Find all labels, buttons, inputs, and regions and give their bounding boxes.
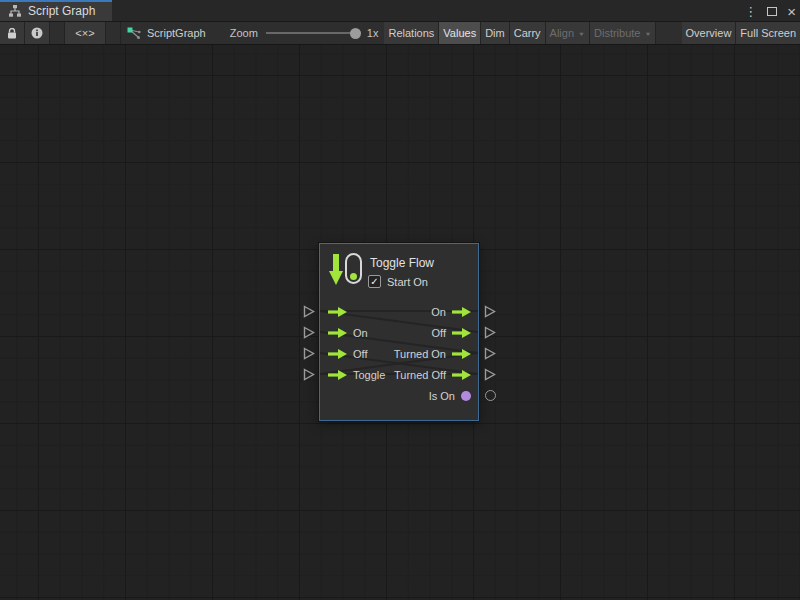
flow-port-arrow-icon [452, 370, 471, 380]
zoom-slider-track [266, 32, 361, 34]
code-preview-icon: <×> [75, 27, 94, 39]
output-socket-triangle[interactable] [484, 368, 496, 381]
toggle-flow-node[interactable]: Toggle Flow ✓ Start On On [319, 243, 479, 421]
start-on-setting: ✓ Start On [368, 275, 428, 288]
graph-toolbar: <×> ScriptGraph Zoom 1x Relations Values… [0, 22, 800, 45]
info-button[interactable] [25, 22, 50, 44]
align-dropdown[interactable]: Align ▼ [546, 22, 590, 44]
code-preview-button[interactable]: <×> [64, 22, 106, 44]
relations-button-label: Relations [388, 27, 434, 39]
output-socket-triangle[interactable] [484, 347, 496, 360]
tab-script-graph[interactable]: Script Graph [0, 0, 112, 21]
port-label: On [431, 306, 446, 318]
fullscreen-button-label: Full Screen [740, 27, 796, 39]
checkmark-icon: ✓ [370, 277, 378, 287]
close-icon[interactable]: × [787, 4, 796, 19]
tab-label: Script Graph [28, 4, 95, 18]
input-socket-triangle[interactable] [303, 326, 315, 339]
dim-button-label: Dim [485, 27, 505, 39]
flow-port-arrow-icon [328, 349, 347, 359]
more-menu-icon[interactable]: ⋮ [744, 5, 757, 18]
input-socket-triangle[interactable] [303, 368, 315, 381]
overview-button[interactable]: Overview [682, 22, 737, 44]
distribute-dropdown-label: Distribute [594, 27, 640, 39]
port-label: Turned On [394, 348, 446, 360]
align-dropdown-label: Align [550, 27, 574, 39]
port-label: Toggle [353, 369, 385, 381]
relations-button[interactable]: Relations [384, 22, 439, 44]
flow-down-arrow-icon [329, 254, 343, 286]
input-socket-triangle[interactable] [303, 305, 315, 318]
zoom-label: Zoom [230, 22, 258, 44]
port-label: Is On [429, 390, 455, 402]
flow-port-arrow-icon [328, 370, 347, 380]
output-socket-circle[interactable] [485, 390, 496, 401]
lock-icon [7, 28, 17, 39]
node-header[interactable]: Toggle Flow ✓ Start On [328, 252, 472, 296]
graph-name-label: ScriptGraph [147, 27, 206, 39]
graph-breadcrumb[interactable]: ScriptGraph [120, 22, 212, 44]
output-port-off[interactable]: Off [432, 322, 471, 343]
maximize-icon[interactable] [767, 7, 777, 16]
flow-port-arrow-icon [328, 307, 347, 317]
input-port-off[interactable]: Off [328, 343, 367, 364]
flow-port-arrow-icon [452, 328, 471, 338]
carry-button[interactable]: Carry [510, 22, 546, 44]
script-graph-window: Script Graph ⋮ × <×> [0, 0, 800, 600]
output-socket-triangle[interactable] [484, 305, 496, 318]
zoom-slider-handle[interactable] [350, 28, 361, 39]
flow-port-arrow-icon [452, 307, 471, 317]
output-port-on[interactable]: On [431, 301, 471, 322]
input-port-on[interactable]: On [328, 322, 368, 343]
script-graph-icon [127, 27, 141, 40]
overview-button-label: Overview [686, 27, 732, 39]
graph-hierarchy-icon [8, 5, 22, 17]
dim-button[interactable]: Dim [481, 22, 510, 44]
toggle-switch-icon [345, 253, 362, 284]
flow-port-arrow-icon [328, 328, 347, 338]
chevron-down-icon: ▼ [578, 30, 585, 36]
output-port-turned-off[interactable]: Turned Off [394, 364, 471, 385]
distribute-dropdown[interactable]: Distribute ▼ [590, 22, 656, 44]
fullscreen-button[interactable]: Full Screen [736, 22, 800, 44]
active-tab-accent [0, 0, 112, 2]
output-socket-triangle[interactable] [484, 326, 496, 339]
output-port-is-on[interactable]: Is On [429, 385, 471, 406]
window-controls: ⋮ × [744, 0, 796, 22]
values-button-label: Values [443, 27, 476, 39]
lock-button[interactable] [0, 22, 25, 44]
port-label: Off [353, 348, 367, 360]
input-port-toggle[interactable]: Toggle [328, 364, 385, 385]
input-socket-triangle[interactable] [303, 347, 315, 360]
output-port-turned-on[interactable]: Turned On [394, 343, 471, 364]
start-on-label: Start On [387, 276, 428, 288]
value-port-dot-icon [461, 391, 471, 401]
tab-bar: Script Graph ⋮ × [0, 0, 800, 22]
start-on-checkbox[interactable]: ✓ [368, 275, 381, 288]
info-icon [31, 27, 43, 39]
zoom-value: 1x [367, 22, 379, 44]
node-title: Toggle Flow [370, 256, 434, 270]
input-port-enter[interactable] [328, 301, 353, 322]
chevron-down-icon: ▼ [644, 30, 651, 36]
port-label: Turned Off [394, 369, 446, 381]
carry-button-label: Carry [514, 27, 541, 39]
zoom-slider[interactable] [266, 22, 361, 44]
port-label: On [353, 327, 368, 339]
port-label: Off [432, 327, 446, 339]
values-button[interactable]: Values [439, 22, 481, 44]
flow-port-arrow-icon [452, 349, 471, 359]
graph-canvas[interactable]: Toggle Flow ✓ Start On On [0, 45, 800, 600]
